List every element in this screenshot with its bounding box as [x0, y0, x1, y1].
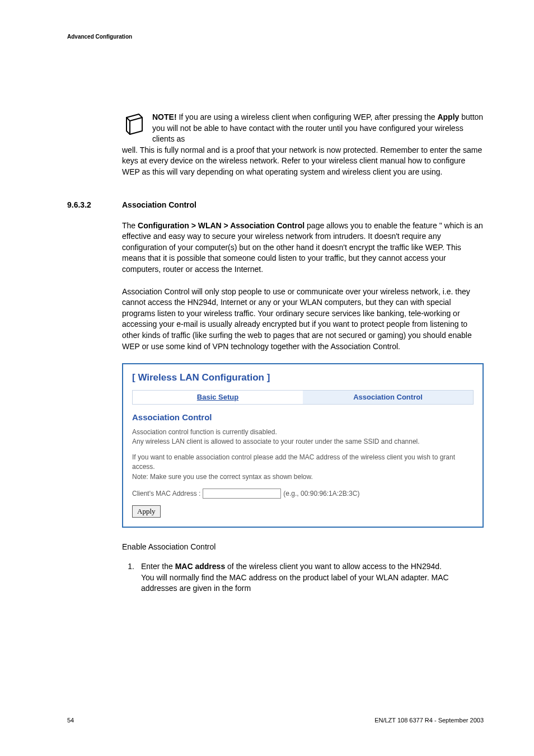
tab-basic-setup[interactable]: Basic Setup [133, 391, 303, 404]
section-title: Association Control [122, 200, 196, 209]
enable-association-label: Enable Association Control [122, 542, 484, 551]
paragraph-2: Association Control will only stop peopl… [122, 287, 484, 353]
para2-text: Association Control will only stop peopl… [122, 287, 472, 351]
note-line-a: If you are using a wireless client when … [177, 112, 438, 121]
note-apply-word: Apply [437, 112, 459, 121]
tab-association-control[interactable]: Association Control [303, 391, 473, 404]
note-block: NOTE! If you are using a wireless client… [122, 112, 484, 178]
list-item-body-c: You will normally find the MAC address o… [141, 573, 449, 593]
section-heading-row: 9.6.3.2 Association Control [67, 200, 484, 209]
screenshot-status: Association control function is currentl… [132, 428, 474, 447]
screenshot-status-line1: Association control function is currentl… [132, 428, 277, 436]
note-rest: well. This is fully normal and is a proo… [122, 145, 482, 176]
list-item-body-a: Enter the [141, 562, 175, 571]
screenshot-title: [ Wireless LAN Configuration ] [132, 372, 474, 383]
mac-address-label: Client's MAC Address : [132, 490, 200, 497]
page-footer: 54 EN/LZT 108 6377 R4 - September 2003 [67, 717, 484, 724]
page-number: 54 [67, 717, 74, 724]
section-number: 9.6.3.2 [67, 200, 122, 209]
ordered-list: 1. Enter the MAC address of the wireless… [122, 561, 484, 594]
note-icon [122, 112, 147, 140]
list-item-body-bold: MAC address [175, 562, 225, 571]
list-item-body: Enter the MAC address of the wireless cl… [141, 561, 484, 594]
mac-address-hint: (e.g., 00:90:96:1A:2B:3C) [283, 490, 359, 497]
list-item: 1. Enter the MAC address of the wireless… [122, 561, 484, 594]
apply-button[interactable]: Apply [132, 505, 161, 518]
list-item-body-b: of the wireless client you want to allow… [225, 562, 442, 571]
page-header: Advanced Configuration [67, 34, 132, 40]
list-item-number: 1. [122, 561, 141, 594]
screenshot-instruction-line2: Note: Make sure you use the correct synt… [132, 473, 313, 481]
screenshot-status-line2: Any wireless LAN client is allowed to as… [132, 438, 420, 445]
screenshot-subtitle: Association Control [132, 412, 474, 422]
mac-address-input[interactable] [203, 489, 281, 499]
doc-reference: EN/LZT 108 6377 R4 - September 2003 [374, 717, 484, 724]
para1-bold: Configuration > WLAN > Association Contr… [138, 221, 305, 230]
para1-lead: The [122, 221, 138, 230]
mac-address-row: Client's MAC Address : (e.g., 00:90:96:1… [132, 489, 474, 499]
screenshot-instruction: If you want to enable association contro… [132, 453, 474, 482]
screenshot-instruction-line1: If you want to enable association contro… [132, 453, 455, 471]
note-heading: NOTE! [152, 112, 177, 121]
wlan-config-screenshot: [ Wireless LAN Configuration ] Basic Set… [122, 363, 484, 528]
paragraph-1: The Configuration > WLAN > Association C… [122, 220, 484, 275]
tab-bar: Basic Setup Association Control [132, 390, 474, 405]
